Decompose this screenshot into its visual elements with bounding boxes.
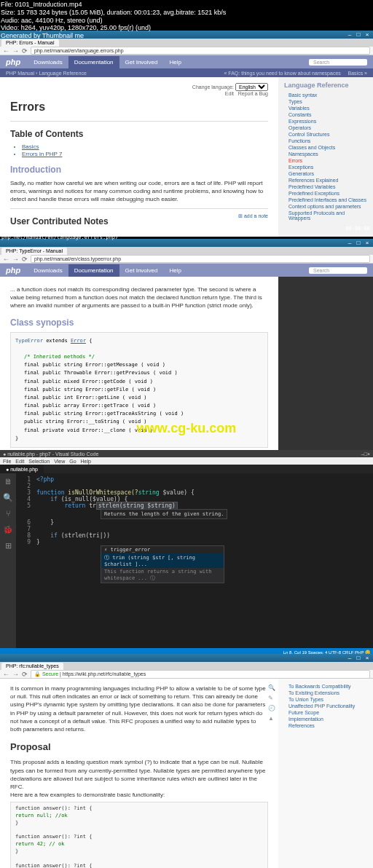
back-button[interactable]: ←: [3, 256, 9, 263]
reload-button[interactable]: ⟳: [22, 671, 28, 678]
sidebar-item[interactable]: Control Structures: [284, 131, 367, 138]
maximize-button[interactable]: □: [354, 655, 363, 661]
search-icon[interactable]: 🔍: [3, 492, 13, 502]
sidebar-item[interactable]: Exceptions: [284, 164, 367, 170]
sidebar-item[interactable]: Supported Protocols and Wrappers: [284, 210, 367, 221]
url-input[interactable]: 🔒 Secure | https://wiki.php.net/rfc/null…: [31, 670, 370, 679]
toc-errors-php7[interactable]: Errors in PHP 7: [22, 151, 62, 157]
editor-tab[interactable]: ● nullable.php: [0, 465, 44, 473]
explorer-icon[interactable]: 🗎: [3, 476, 13, 486]
main-content: It is common in many programming languag…: [0, 679, 278, 868]
history-icon[interactable]: 🕘: [268, 705, 275, 712]
sidebar-item[interactable]: To Existing Extensions: [284, 690, 367, 696]
debug-icon[interactable]: 🐞: [3, 524, 13, 534]
php-header: php Downloads Documentation Get Involved…: [0, 264, 373, 277]
report-bug-link[interactable]: Report a Bug: [238, 91, 268, 96]
nav-help[interactable]: Help: [163, 56, 186, 68]
back-button[interactable]: ←: [3, 47, 9, 55]
tab-bar: PHP: TypeError - Manual: [0, 247, 373, 255]
nav-downloads[interactable]: Downloads: [28, 264, 68, 277]
sidebar-item[interactable]: Types: [284, 98, 367, 105]
breadcrumb-manual[interactable]: PHP Manual: [6, 71, 34, 76]
extensions-icon[interactable]: ⊞: [3, 540, 13, 551]
sidebar-item[interactable]: Future Scope: [284, 709, 367, 716]
sidebar-item[interactable]: Operators: [284, 125, 367, 131]
nav-documentation[interactable]: Documentation: [68, 264, 119, 277]
nav-getinvolved[interactable]: Get Involved: [119, 264, 164, 277]
ucn-heading: User Contributed Notes: [10, 216, 268, 226]
menu-go[interactable]: Go: [69, 459, 76, 464]
sidebar-item[interactable]: Namespaces: [284, 151, 367, 157]
sidebar-item[interactable]: To Backwards Compatibility: [284, 683, 367, 690]
sidebar-item[interactable]: Functions: [284, 138, 367, 144]
search-icon[interactable]: 🔍: [268, 684, 275, 692]
edit-icon[interactable]: ✎: [268, 695, 275, 702]
breadcrumb-bar: PHP Manual › Language Reference « FAQ: t…: [0, 68, 373, 77]
breadcrumb-langref[interactable]: Language Reference: [39, 71, 86, 76]
sidebar-item[interactable]: Basic syntax: [284, 92, 367, 98]
sidebar-item[interactable]: Context options and parameters: [284, 203, 367, 210]
up-icon[interactable]: ▲: [268, 715, 275, 722]
nav-downloads[interactable]: Downloads: [28, 56, 68, 68]
browser-tab[interactable]: PHP: rfc:nullable_types: [1, 663, 63, 670]
sidebar-item[interactable]: Generators: [284, 170, 367, 177]
autocomplete-popup[interactable]: ⚡ trigger_error ⓕ trim (string $str [, s…: [101, 545, 224, 583]
maximize-button[interactable]: □: [354, 31, 363, 38]
menu-edit[interactable]: Edit: [15, 459, 24, 464]
close-button[interactable]: ×: [367, 451, 370, 457]
sidebar-item[interactable]: To Union Types: [284, 696, 367, 703]
sidebar-item[interactable]: Predefined Variables: [284, 184, 367, 190]
url-input[interactable]: php.net/manual/en/language.errors.php: [31, 47, 370, 55]
sidebar: Language Reference Basic syntax Types Va…: [278, 77, 373, 237]
suggest-item[interactable]: ⚡ trigger_error: [101, 546, 224, 553]
minimize-button[interactable]: –: [345, 240, 354, 246]
edit-link[interactable]: Edit: [225, 91, 234, 96]
language-select[interactable]: English: [235, 83, 268, 91]
php-logo[interactable]: php: [6, 266, 20, 275]
close-button[interactable]: ×: [363, 240, 372, 246]
menu-help[interactable]: Help: [81, 459, 91, 464]
php-logo[interactable]: php: [6, 58, 20, 66]
minimize-button[interactable]: –: [345, 31, 354, 38]
menu-selection[interactable]: Selection: [28, 459, 50, 464]
forward-button[interactable]: →: [12, 671, 19, 678]
minimize-button[interactable]: –: [345, 655, 354, 661]
close-button[interactable]: ×: [363, 31, 372, 38]
close-button[interactable]: ×: [363, 655, 372, 661]
sidebar-item[interactable]: References Explained: [284, 177, 367, 184]
search-input[interactable]: Search: [309, 59, 367, 66]
code-editor[interactable]: 1<?php 2 3function isNullOrWhitespace(?s…: [16, 473, 373, 648]
titlebar: ● nullable.php - php7 - Visual Studio Co…: [0, 450, 373, 457]
reload-button[interactable]: ⟳: [22, 47, 28, 55]
sidebar-item[interactable]: Implementation: [284, 716, 367, 722]
add-note-link[interactable]: ⊞ add a note: [238, 213, 268, 219]
sidebar-item[interactable]: Predefined Interfaces and Classes: [284, 197, 367, 203]
nav-getinvolved[interactable]: Get Involved: [119, 56, 164, 68]
suggest-item-selected[interactable]: ⓕ trim (string $str [, string $charlist …: [101, 553, 224, 568]
sidebar-item[interactable]: Predefined Exceptions: [284, 190, 367, 197]
back-button[interactable]: ←: [3, 671, 9, 678]
sidebar-item[interactable]: Classes and Objects: [284, 144, 367, 151]
next-link[interactable]: Basics »: [348, 71, 367, 76]
menu-view[interactable]: View: [54, 459, 65, 464]
toc-basics[interactable]: Basics: [22, 143, 39, 150]
sidebar-item[interactable]: Expressions: [284, 118, 367, 125]
sidebar: 🔍 ✎ 🕘 ▲ To Backwards Compatibility To Ex…: [278, 679, 373, 868]
sidebar-item[interactable]: Unaffected PHP Functionality: [284, 703, 367, 709]
nav-help[interactable]: Help: [163, 264, 186, 277]
maximize-button[interactable]: □: [354, 240, 363, 246]
url-input[interactable]: php.net/manual/en/class.typeerror.php: [31, 255, 370, 263]
forward-button[interactable]: →: [12, 47, 19, 55]
sidebar-item[interactable]: References: [284, 722, 367, 729]
sidebar-item[interactable]: Variables: [284, 105, 367, 111]
nav-documentation[interactable]: Documentation: [68, 56, 119, 68]
reload-button[interactable]: ⟳: [22, 256, 28, 263]
sidebar-item[interactable]: Constants: [284, 111, 367, 118]
browser-tab[interactable]: PHP: TypeError - Manual: [1, 248, 67, 255]
sidebar-item-active[interactable]: Errors: [284, 157, 367, 164]
menu-file[interactable]: File: [3, 459, 11, 464]
prev-link[interactable]: « FAQ: things you need to know about nam…: [224, 71, 340, 76]
git-icon[interactable]: ⑂: [3, 508, 13, 518]
forward-button[interactable]: →: [12, 256, 19, 263]
search-input[interactable]: Search: [309, 267, 367, 274]
